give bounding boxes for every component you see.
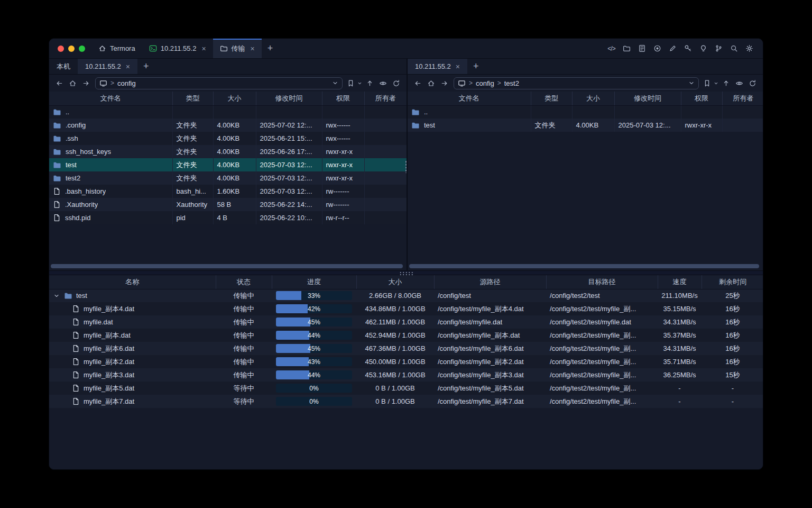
transfer-splitter[interactable] — [49, 270, 763, 275]
file-row[interactable]: .ssh 文件夹 4.00KB 2025-06-21 15:... rwx---… — [49, 132, 407, 145]
bookmark-dropdown-caret[interactable] — [713, 77, 719, 89]
breadcrumb-segment[interactable]: config — [476, 79, 494, 87]
bookmark-dropdown-caret[interactable] — [356, 77, 363, 89]
window-close-button[interactable] — [58, 46, 64, 52]
left-forward-button[interactable] — [80, 77, 92, 89]
transfer-row[interactable]: myfile_副本3.dat 传输中 44% 453.16MB / 1.00GB… — [49, 368, 763, 382]
toolbar-settings-button[interactable] — [743, 42, 755, 55]
window-zoom-button[interactable] — [79, 46, 85, 52]
toolbar-bulb-button[interactable] — [697, 42, 709, 55]
transfer-row[interactable]: test 传输中 33% 2.66GB / 8.00GB /config/tes… — [49, 289, 763, 302]
transfer-size: 0 B / 1.00GB — [356, 382, 434, 395]
column-header[interactable]: 所有者 — [722, 92, 763, 105]
right-panel-tab-0[interactable]: 10.211.55.2 × — [408, 59, 467, 74]
transfer-row[interactable]: myfile.dat 传输中 45% 462.11MB / 1.00GB /co… — [49, 315, 763, 329]
left-up-button[interactable] — [364, 77, 376, 89]
chevron-down-icon[interactable] — [332, 80, 338, 86]
right-forward-button[interactable] — [438, 77, 450, 89]
toolbar-record-button[interactable] — [651, 42, 663, 55]
left-show-hidden-button[interactable] — [377, 77, 389, 89]
right-show-hidden-button[interactable] — [733, 77, 745, 89]
column-header[interactable]: 修改时间 — [614, 92, 681, 105]
transfer-row[interactable]: myfile_副本5.dat 等待中 0% 0 B / 1.00GB /conf… — [49, 382, 763, 395]
transfer-row[interactable]: myfile_副本2.dat 传输中 43% 450.00MB / 1.00GB… — [49, 355, 763, 368]
right-path-breadcrumb[interactable]: >config>test2 — [454, 77, 699, 89]
transfer-column-header[interactable]: 状态 — [216, 275, 272, 289]
toolbar-branch-button[interactable] — [713, 42, 725, 55]
scrollbar-thumb[interactable] — [409, 264, 759, 268]
toolbar-search-button[interactable] — [728, 42, 740, 55]
transfer-row[interactable]: myfile_副本4.dat 传输中 42% 434.86MB / 1.00GB… — [49, 302, 763, 315]
transfer-row[interactable]: myfile_副本7.dat 等待中 0% 0 B / 1.00GB /conf… — [49, 395, 763, 408]
file-row[interactable]: ssh_host_keys 文件夹 4.00KB 2025-06-26 17:.… — [49, 145, 407, 158]
transfer-column-header[interactable]: 源路径 — [434, 275, 546, 289]
column-header[interactable]: 类型 — [172, 92, 213, 105]
file-row[interactable]: .Xauthority Xauthority 58 B 2025-06-22 1… — [49, 198, 407, 211]
transfer-column-header[interactable]: 名称 — [49, 275, 216, 289]
close-icon[interactable]: × — [201, 45, 206, 52]
column-header[interactable]: 文件名 — [49, 92, 172, 105]
toolbar-folder-outline-button[interactable] — [621, 42, 633, 55]
window-minimize-button[interactable] — [68, 46, 75, 52]
close-icon[interactable]: × — [456, 63, 460, 70]
transfer-row[interactable]: myfile_副本6.dat 传输中 45% 467.36MB / 1.00GB… — [49, 342, 763, 355]
title-tab-2[interactable]: 传输 × — [213, 39, 262, 58]
column-header[interactable]: 大小 — [572, 92, 614, 105]
file-row[interactable]: .config 文件夹 4.00KB 2025-07-02 12:... rwx… — [49, 119, 407, 132]
title-tab-0[interactable]: Termora — [91, 39, 142, 58]
column-header[interactable]: 类型 — [531, 92, 572, 105]
column-header[interactable]: 大小 — [213, 92, 256, 105]
right-back-button[interactable] — [412, 77, 424, 89]
collapse-chevron-icon[interactable] — [53, 293, 60, 299]
close-icon[interactable]: × — [251, 45, 255, 52]
right-home-button[interactable] — [425, 77, 437, 89]
title-tab-1[interactable]: 10.211.55.2 × — [142, 39, 213, 58]
file-row[interactable]: .. — [408, 105, 763, 119]
column-header[interactable]: 所有者 — [364, 92, 407, 105]
breadcrumb-segment[interactable]: config — [117, 79, 136, 87]
file-row[interactable]: test 文件夹 4.00KB 2025-07-03 12:... rwxr-x… — [49, 158, 407, 171]
progress-percent: 44% — [276, 370, 352, 379]
right-refresh-button[interactable] — [746, 77, 759, 89]
left-panel-tab-0[interactable]: 本机 — [49, 59, 78, 74]
close-icon[interactable]: × — [126, 63, 130, 70]
breadcrumb-segment[interactable]: test2 — [504, 79, 519, 87]
right-bookmark-button[interactable] — [702, 77, 712, 89]
file-row[interactable]: sshd.pid pid 4 B 2025-06-22 10:... rw-r-… — [49, 211, 407, 224]
file-row[interactable]: .bash_history bash_hi... 1.60KB 2025-07-… — [49, 185, 407, 198]
transfer-column-header[interactable]: 大小 — [356, 275, 434, 289]
chevron-down-icon[interactable] — [688, 80, 695, 86]
progress-percent: 0% — [276, 384, 352, 393]
transfer-column-header[interactable]: 目标路径 — [546, 275, 658, 289]
horizontal-scrollbar[interactable] — [51, 264, 403, 268]
toolbar-code-button[interactable]: </> — [605, 42, 617, 55]
transfer-column-header[interactable]: 速度 — [658, 275, 702, 289]
column-header[interactable]: 文件名 — [408, 92, 531, 105]
column-header[interactable]: 权限 — [681, 92, 722, 105]
file-row[interactable]: .. — [49, 105, 407, 119]
left-back-button[interactable] — [53, 77, 66, 89]
left-path-breadcrumb[interactable]: >config — [95, 77, 343, 89]
left-panel-tab-1[interactable]: 10.211.55.2 × — [78, 59, 137, 74]
toolbar-edit-button[interactable] — [667, 42, 679, 55]
transfer-column-header[interactable]: 剩余时间 — [702, 275, 763, 289]
right-new-tab-button[interactable]: + — [467, 59, 485, 74]
toolbar-key-button[interactable] — [682, 42, 694, 55]
transfer-panel: 名称状态进度大小源路径目标路径速度剩余时间 test 传输中 33% 2.66G… — [49, 275, 763, 469]
scrollbar-thumb[interactable] — [51, 264, 403, 268]
transfer-row[interactable]: myfile_副本.dat 传输中 44% 452.94MB / 1.00GB … — [49, 329, 763, 342]
column-header[interactable]: 权限 — [322, 92, 364, 105]
left-bookmark-button[interactable] — [346, 77, 355, 89]
left-home-button[interactable] — [67, 77, 79, 89]
toolbar-log-button[interactable] — [636, 42, 648, 55]
horizontal-scrollbar[interactable] — [409, 264, 759, 268]
left-new-tab-button[interactable]: + — [137, 59, 155, 74]
file-type: Xauthority — [172, 198, 213, 211]
left-refresh-button[interactable] — [390, 77, 402, 89]
right-up-button[interactable] — [720, 77, 732, 89]
transfer-column-header[interactable]: 进度 — [272, 275, 356, 289]
new-title-tab-button[interactable]: + — [262, 39, 279, 58]
column-header[interactable]: 修改时间 — [256, 92, 322, 105]
file-row[interactable]: test 文件夹 4.00KB 2025-07-03 12:... rwxr-x… — [408, 119, 763, 132]
file-row[interactable]: test2 文件夹 4.00KB 2025-07-03 12:... rwxr-… — [49, 171, 407, 185]
